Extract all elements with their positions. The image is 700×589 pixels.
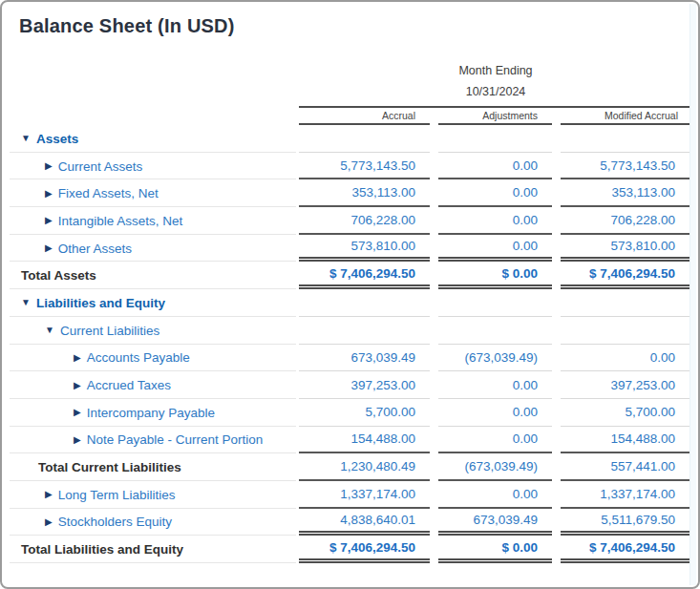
cell-accrual [299,125,430,153]
row-label[interactable]: Accrued Taxes [87,378,171,392]
row-label[interactable]: Current Liabilities [60,324,159,338]
cell-accrual[interactable]: $ 7,406,294.50 [299,536,430,563]
row-label-cell: ▶Other Assets [2,235,299,263]
expand-toggle-icon[interactable]: ▶ [45,517,53,527]
cell-accrual[interactable]: 353,113.00 [299,179,430,207]
column-gap [430,371,438,399]
cell-accrual[interactable]: 397,253.00 [299,371,430,399]
row-label[interactable]: Note Payable - Current Portion [87,432,264,447]
row-label-cell: ▶Fixed Assets, Net [2,179,299,207]
row-label-cell: ▶Accrued Taxes [2,371,299,399]
cell-adjustments[interactable]: 0.00 [438,153,552,180]
column-gap [430,317,438,345]
row-label[interactable]: Current Assets [58,159,143,174]
cell-adjustments[interactable]: 0.00 [438,427,552,454]
cell-modified-accrual[interactable]: 397,253.00 [561,371,692,399]
cell-modified-accrual[interactable]: 5,773,143.50 [561,153,692,180]
cell-adjustments[interactable]: 0.00 [438,207,552,235]
cell-modified-accrual[interactable]: 706,228.00 [561,207,692,235]
cell-modified-accrual[interactable]: 573,810.00 [561,235,692,263]
cell-accrual[interactable]: 4,838,640.01 [299,509,430,536]
column-gap [430,207,438,235]
row-label[interactable]: Other Assets [58,242,132,256]
table-row: ▶Intangible Assets, Net706,228.000.00706… [2,207,698,235]
scrollbar-gutter [689,4,696,585]
cell-adjustments[interactable]: 0.00 [438,235,552,263]
row-label[interactable]: Fixed Assets, Net [58,186,159,200]
column-gap [552,153,561,180]
page-title: Balance Sheet (In USD) [19,13,698,39]
cell-accrual[interactable]: 673,039.49 [299,345,430,372]
cell-adjustments[interactable]: (673,039.49) [438,345,552,372]
expand-toggle-icon[interactable]: ▶ [45,189,53,199]
row-label[interactable]: Long Term Liabilities [58,488,176,502]
row-label-cell: ▶Intercompany Payable [2,399,299,427]
cell-accrual[interactable]: 706,228.00 [299,207,430,235]
cell-adjustments[interactable]: 0.00 [438,179,552,207]
column-header-row: Accrual Adjustments Modified Accrual [299,106,692,125]
cell-accrual[interactable]: 1,230,480.49 [299,453,430,481]
cell-accrual[interactable]: $ 7,406,294.50 [299,262,430,289]
expand-toggle-icon[interactable]: ▶ [45,243,53,253]
column-gap [552,399,561,427]
column-gap [430,453,438,481]
row-label-cell: Total Current Liabilities [2,453,299,481]
column-gap [430,536,438,563]
row-label-cell: ▼Assets [2,125,299,153]
column-gap [430,289,438,317]
period-header: Month Ending 10/31/2024 [299,64,692,98]
expand-toggle-icon[interactable]: ▶ [74,408,81,417]
column-gap [552,262,561,289]
expand-toggle-icon[interactable]: ▶ [45,161,53,171]
cell-modified-accrual[interactable]: 1,337,174.00 [561,481,692,509]
cell-adjustments[interactable]: $ 0.00 [438,262,552,289]
cell-modified-accrual[interactable]: 353,113.00 [561,179,692,207]
cell-accrual[interactable]: 5,700.00 [299,399,430,427]
cell-modified-accrual[interactable]: $ 7,406,294.50 [561,262,692,289]
cell-adjustments[interactable]: $ 0.00 [438,536,552,563]
column-gap [430,179,438,207]
expand-toggle-icon[interactable]: ▶ [74,435,81,445]
cell-modified-accrual[interactable]: 557,441.00 [561,453,692,481]
cell-modified-accrual[interactable]: 5,511,679.50 [561,509,692,536]
table-row: ▶Stockholders Equity4,838,640.01673,039.… [2,509,698,536]
cell-adjustments[interactable]: (673,039.49) [438,453,552,481]
cell-accrual[interactable]: 5,773,143.50 [299,153,430,180]
collapse-toggle-icon[interactable]: ▼ [21,298,31,307]
row-label-cell: ▶Stockholders Equity [2,509,299,536]
cell-adjustments[interactable]: 0.00 [438,371,552,399]
row-label[interactable]: Assets [36,132,78,146]
expand-toggle-icon[interactable]: ▶ [74,381,81,390]
column-header-accrual: Accrual [299,108,430,125]
cell-adjustments[interactable]: 0.00 [438,399,552,427]
row-label-cell: ▶Intangible Assets, Net [2,207,299,235]
cell-adjustments [438,317,552,345]
cell-accrual[interactable]: 154,488.00 [299,427,430,454]
cell-modified-accrual[interactable]: $ 7,406,294.50 [561,536,692,563]
column-gap [552,453,561,481]
cell-modified-accrual [561,317,692,345]
cell-modified-accrual[interactable]: 154,488.00 [561,427,692,454]
column-gap [430,108,438,125]
expand-toggle-icon[interactable]: ▶ [45,490,53,499]
row-label[interactable]: Accounts Payable [87,350,190,365]
cell-modified-accrual[interactable]: 5,700.00 [561,399,692,427]
row-label[interactable]: Liabilities and Equity [36,296,165,310]
row-label[interactable]: Intangible Assets, Net [58,214,183,228]
cell-accrual[interactable]: 1,337,174.00 [299,481,430,509]
table-row: ▶Note Payable - Current Portion154,488.0… [2,427,698,454]
expand-toggle-icon[interactable]: ▶ [74,353,81,363]
cell-accrual [299,317,430,345]
row-label[interactable]: Intercompany Payable [87,406,215,420]
column-gap [552,125,561,153]
column-gap [430,427,438,454]
cell-adjustments[interactable]: 673,039.49 [438,509,552,536]
collapse-toggle-icon[interactable]: ▼ [45,326,54,335]
column-gap [552,481,561,509]
cell-adjustments[interactable]: 0.00 [438,481,552,509]
cell-modified-accrual[interactable]: 0.00 [561,345,692,372]
row-label[interactable]: Stockholders Equity [58,515,172,529]
collapse-toggle-icon[interactable]: ▼ [21,134,31,143]
expand-toggle-icon[interactable]: ▶ [45,216,53,225]
cell-accrual[interactable]: 573,810.00 [299,235,430,263]
